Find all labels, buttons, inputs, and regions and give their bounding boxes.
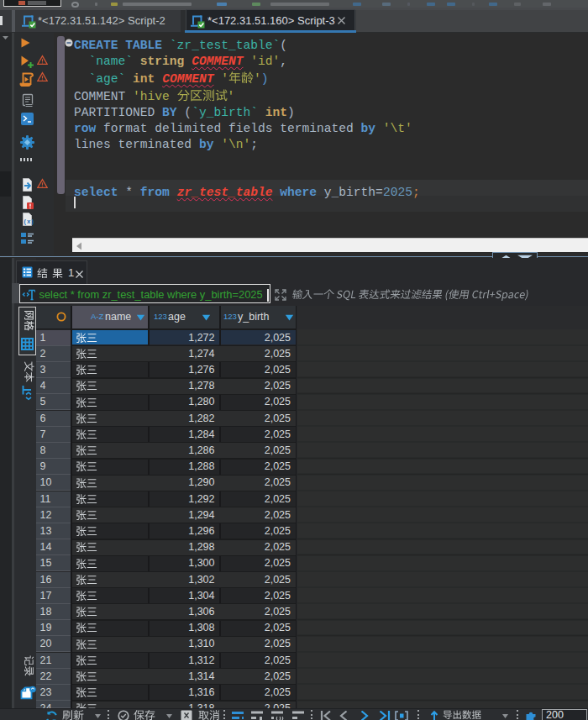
svg-text:(x): (x) — [24, 218, 35, 225]
